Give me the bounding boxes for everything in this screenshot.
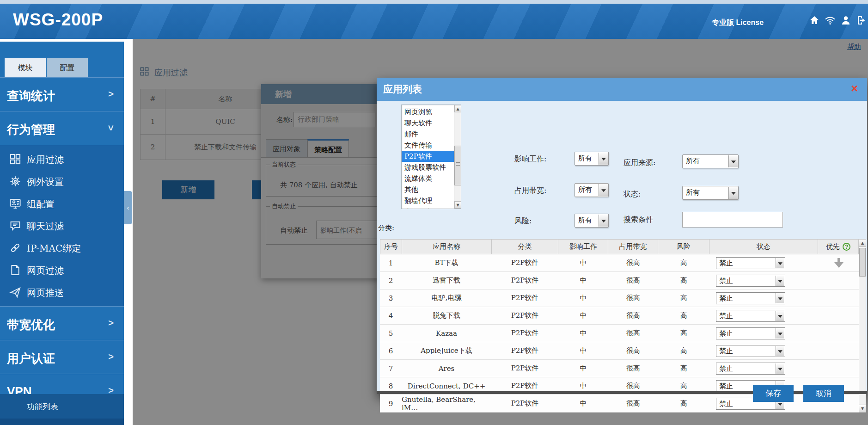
status-cell: 禁止 bbox=[709, 325, 819, 342]
modal-body: 网页浏览聊天软件邮件文件传输P2P软件游戏股票软件流媒体类其他翻墙代理未知分类 … bbox=[377, 101, 867, 394]
cell: 很高 bbox=[608, 325, 658, 342]
cell: 5 bbox=[380, 325, 402, 342]
status-select[interactable]: 禁止 bbox=[716, 275, 785, 287]
cell: Kazaa bbox=[402, 325, 491, 342]
priority-cell bbox=[819, 360, 859, 377]
logout-icon[interactable] bbox=[856, 15, 867, 28]
sidebar-item-IP-MAC绑定[interactable]: IP-MAC绑定 bbox=[0, 237, 124, 259]
status-select[interactable]: 禁止 bbox=[716, 363, 785, 375]
sidebar-group[interactable]: 用户认证> bbox=[0, 340, 124, 374]
cell: 1 bbox=[380, 254, 402, 271]
chevron-down-icon bbox=[776, 258, 784, 268]
sidebar-footer-label: 功能列表 bbox=[27, 401, 58, 412]
priority-cell bbox=[819, 272, 859, 289]
cell: 高 bbox=[658, 307, 709, 324]
cell: 中 bbox=[558, 342, 608, 359]
risk-filter-select[interactable]: 所有 bbox=[575, 214, 609, 228]
cell: 高 bbox=[658, 395, 709, 412]
user-icon[interactable] bbox=[840, 15, 851, 28]
close-icon[interactable]: × bbox=[851, 82, 858, 95]
category-item-聊天软件[interactable]: 聊天软件 bbox=[402, 117, 454, 129]
scroll-down-icon[interactable]: ▼ bbox=[454, 201, 461, 209]
status-select[interactable]: 禁止 bbox=[716, 257, 785, 269]
chevron-right-icon: > bbox=[108, 318, 114, 328]
category-items: 网页浏览聊天软件邮件文件传输P2P软件游戏股票软件流媒体类其他翻墙代理未知分类 bbox=[402, 105, 454, 209]
category-item-网页浏览[interactable]: 网页浏览 bbox=[402, 106, 454, 117]
column-header-优先: 优先? bbox=[818, 240, 858, 254]
status-filter-select[interactable]: 所有 bbox=[682, 186, 739, 200]
status-select[interactable]: 禁止 bbox=[716, 310, 785, 322]
category-item-未知分类[interactable]: 未知分类 bbox=[402, 206, 454, 209]
chevron-down-icon bbox=[599, 153, 608, 165]
scroll-up-icon[interactable]: ▲ bbox=[454, 105, 461, 112]
chevron-down-icon bbox=[728, 187, 738, 199]
sidebar-item-聊天过滤[interactable]: 聊天过滤 bbox=[0, 215, 124, 237]
sidebar-item-例外设置[interactable]: 例外设置 bbox=[0, 170, 124, 192]
impact-filter-label: 影响工作: bbox=[514, 154, 546, 164]
bandwidth-filter-select[interactable]: 所有 bbox=[575, 183, 609, 197]
chevron-down-icon bbox=[776, 346, 784, 356]
sidebar: 模块配置 查询统计>行为管理>应用过滤例外设置组配置聊天过滤IP-MAC绑定网页… bbox=[0, 42, 124, 425]
impact-filter-select[interactable]: 所有 bbox=[575, 152, 609, 166]
chevron-down-icon bbox=[776, 363, 784, 374]
sidebar-item-label: 应用过滤 bbox=[27, 154, 64, 166]
status-select[interactable]: 禁止 bbox=[716, 327, 785, 339]
cell: 中 bbox=[558, 377, 608, 394]
cell: P2P软件 bbox=[491, 377, 558, 394]
wifi-icon[interactable] bbox=[825, 15, 836, 28]
application-row-AppleJuice下载: 6AppleJuice下载P2P软件中很高高禁止 bbox=[380, 342, 859, 360]
search-label: 搜索条件 bbox=[623, 215, 653, 225]
status-select-value: 禁止 bbox=[719, 382, 733, 391]
sidebar-item-网页过滤[interactable]: 网页过滤 bbox=[0, 259, 124, 281]
scroll-up-icon[interactable]: ▲ bbox=[859, 240, 866, 247]
cell: P2P软件 bbox=[491, 307, 558, 324]
bandwidth-filter-value: 所有 bbox=[578, 185, 592, 194]
cell: DirectConnect, DC++ bbox=[402, 377, 491, 394]
sidebar-group[interactable]: 行为管理> bbox=[0, 111, 124, 145]
sidebar-item-应用过滤[interactable]: 应用过滤 bbox=[0, 148, 124, 170]
listbox-scroll-thumb[interactable] bbox=[454, 146, 461, 185]
sidebar-footer[interactable]: 功能列表 bbox=[0, 394, 124, 419]
category-item-游戏股票软件[interactable]: 游戏股票软件 bbox=[402, 162, 454, 173]
home-icon[interactable] bbox=[809, 15, 820, 28]
save-button[interactable]: 保存 bbox=[753, 385, 794, 402]
status-select-value: 禁止 bbox=[719, 347, 733, 356]
category-item-文件传输[interactable]: 文件传输 bbox=[402, 140, 454, 151]
sidebar-group[interactable]: 查询统计> bbox=[0, 77, 124, 111]
category-item-流媒体类[interactable]: 流媒体类 bbox=[402, 173, 454, 184]
app-logo: WSG-200P bbox=[13, 10, 103, 30]
category-item-P2P软件[interactable]: P2P软件 bbox=[402, 151, 454, 162]
license-label: 专业版 License bbox=[712, 18, 764, 28]
category-item-邮件[interactable]: 邮件 bbox=[402, 129, 454, 140]
priority-down-arrow-icon[interactable] bbox=[834, 258, 844, 268]
sidebar-tab-module[interactable]: 模块 bbox=[5, 58, 46, 77]
status-select[interactable]: 禁止 bbox=[716, 292, 785, 304]
cell: 高 bbox=[658, 360, 709, 377]
chevron-down-icon bbox=[728, 155, 738, 167]
status-cell: 禁止 bbox=[709, 360, 819, 377]
modal-header: 应用列表 × bbox=[377, 78, 867, 101]
cell: P2P软件 bbox=[491, 342, 558, 359]
cell: 高 bbox=[658, 377, 709, 394]
application-row-电驴,电骡: 3电驴,电骡P2P软件中很高高禁止 bbox=[380, 289, 859, 307]
sidebar-item-网页推送[interactable]: 网页推送 bbox=[0, 281, 124, 303]
cell: 很高 bbox=[608, 395, 658, 412]
table-scroll-thumb[interactable] bbox=[859, 248, 866, 277]
category-item-其他[interactable]: 其他 bbox=[402, 184, 454, 195]
cell: 很高 bbox=[608, 377, 658, 394]
sidebar-group[interactable]: 带宽优化> bbox=[0, 306, 124, 340]
sidebar-item-组配置[interactable]: 组配置 bbox=[0, 192, 124, 215]
sidebar-collapse-handle[interactable]: ‹ bbox=[124, 191, 132, 224]
sidebar-tab-config[interactable]: 配置 bbox=[47, 58, 88, 77]
cell: 很高 bbox=[608, 272, 658, 289]
source-filter-select[interactable]: 所有 bbox=[682, 154, 739, 168]
cancel-button[interactable]: 取消 bbox=[803, 385, 844, 402]
cell: 高 bbox=[658, 289, 709, 307]
cell: P2P软件 bbox=[491, 254, 558, 271]
cell: 脱兔下载 bbox=[402, 307, 491, 324]
category-item-翻墙代理[interactable]: 翻墙代理 bbox=[402, 195, 454, 206]
search-input[interactable] bbox=[682, 212, 783, 228]
help-question-icon[interactable]: ? bbox=[843, 243, 850, 251]
scroll-down-icon[interactable]: ▼ bbox=[859, 405, 866, 412]
status-select[interactable]: 禁止 bbox=[716, 345, 785, 357]
